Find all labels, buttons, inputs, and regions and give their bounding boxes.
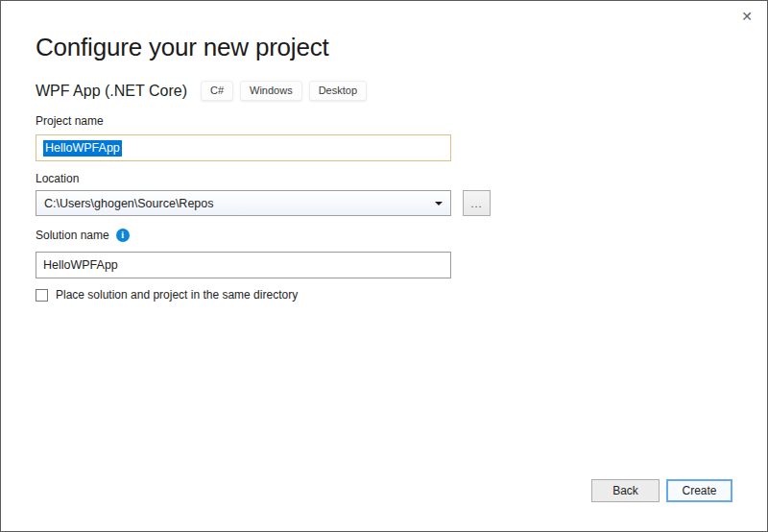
project-name-selected-text: HelloWPFApp [43,140,122,157]
tag-desktop: Desktop [309,81,367,101]
template-name: WPF App (.NET Core) [36,83,187,100]
chevron-down-icon[interactable] [435,202,443,206]
location-label: Location [36,172,79,185]
project-name-input[interactable]: HelloWPFApp [36,134,451,161]
same-directory-label: Place solution and project in the same d… [56,288,298,302]
solution-name-value: HelloWPFApp [43,258,118,272]
same-directory-checkbox[interactable] [36,289,48,302]
template-info-row: WPF App (.NET Core) C# Windows Desktop [36,81,367,101]
tag-windows: Windows [240,81,302,101]
solution-name-label: Solution name [36,229,109,242]
location-value: C:\Users\ghogen\Source\Repos [44,197,213,210]
same-directory-row: Place solution and project in the same d… [36,288,298,302]
project-name-label: Project name [36,114,104,128]
solution-name-input[interactable]: HelloWPFApp [36,252,451,278]
solution-name-label-row: Solution name i [36,229,130,242]
info-icon[interactable]: i [116,229,130,242]
template-tags: C# Windows Desktop [201,81,367,101]
close-button[interactable]: ✕ [734,5,759,28]
tag-csharp: C# [201,81,233,101]
close-icon: ✕ [741,9,753,24]
back-button[interactable]: Back [591,479,660,502]
create-button[interactable]: Create [666,479,732,502]
browse-button[interactable]: ... [463,190,491,216]
configure-project-dialog: ✕ Configure your new project WPF App (.N… [0,0,768,532]
location-combobox[interactable]: C:\Users\ghogen\Source\Repos [36,190,451,216]
page-title: Configure your new project [36,33,329,62]
